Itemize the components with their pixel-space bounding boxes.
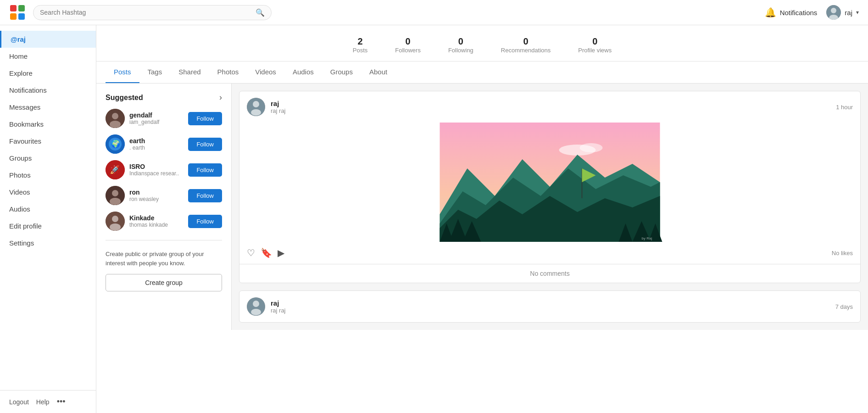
avatar-earth: 🌍	[106, 134, 125, 154]
post-subname-1: raj raj	[271, 107, 286, 114]
svg-point-8	[112, 113, 118, 119]
svg-point-23	[251, 109, 261, 116]
followers-count: 0	[395, 36, 421, 47]
svg-point-16	[112, 190, 118, 196]
suggested-header: Suggested ›	[106, 93, 222, 102]
suggest-name-ron: ron	[129, 189, 184, 196]
tab-videos[interactable]: Videos	[247, 61, 284, 83]
sidebar-item-explore[interactable]: Explore	[0, 65, 96, 82]
follow-button-isro[interactable]: Follow	[188, 163, 222, 177]
search-icon[interactable]: 🔍	[256, 8, 265, 17]
comments-1[interactable]: No comments	[239, 264, 860, 283]
follow-button-kinkade[interactable]: Follow	[188, 215, 222, 228]
avatar-isro: 🚀	[106, 160, 125, 179]
suggested-arrow[interactable]: ›	[219, 93, 222, 102]
profile-views-count: 0	[578, 36, 612, 47]
tab-about[interactable]: About	[361, 61, 395, 83]
logo[interactable]	[9, 4, 26, 21]
sidebar-item-favourites[interactable]: Favourites	[0, 133, 96, 150]
profile-tabs: Posts Tags Shared Photos Videos Audios G…	[96, 61, 868, 84]
user-menu[interactable]: raj ▾	[826, 5, 859, 20]
search-input[interactable]	[40, 9, 256, 16]
suggest-name-earth: earth	[129, 137, 184, 145]
post-user-info-2: raj raj raj	[247, 297, 286, 316]
sidebar-item-bookmarks[interactable]: Bookmarks	[0, 116, 96, 133]
tab-shared[interactable]: Shared	[170, 61, 209, 83]
tab-tags[interactable]: Tags	[139, 61, 171, 83]
avatar-ron	[106, 186, 125, 205]
like-icon-1[interactable]: ♡	[247, 247, 255, 258]
tab-posts[interactable]: Posts	[106, 61, 139, 83]
suggest-name-kinkade: Kinkade	[129, 214, 184, 222]
post-avatar-1	[247, 98, 265, 116]
follow-button-ron[interactable]: Follow	[188, 189, 222, 202]
notifications-label: Notifications	[780, 9, 818, 17]
svg-rect-2	[10, 13, 17, 20]
tab-groups[interactable]: Groups	[322, 61, 361, 83]
posts-count: 2	[353, 36, 368, 47]
sidebar-item-settings[interactable]: Settings	[0, 234, 96, 251]
svg-point-9	[110, 121, 121, 128]
sidebar-item-videos[interactable]: Videos	[0, 184, 96, 201]
notifications-button[interactable]: 🔔 Notifications	[765, 7, 818, 18]
help-button[interactable]: Help	[36, 398, 50, 406]
avatar-gendalf	[106, 109, 125, 128]
post-user-text-2: raj raj raj	[271, 299, 286, 314]
topnav: 🔍 🔔 Notifications raj ▾	[0, 0, 868, 25]
sidebar-bottom: Logout Help •••	[0, 390, 96, 413]
sidebar-item-messages[interactable]: Messages	[0, 99, 96, 116]
suggest-handle-kinkade: thomas kinkade	[129, 222, 184, 228]
sidebar-item-groups[interactable]: Groups	[0, 150, 96, 167]
suggest-handle-isro: Indianspace resear..	[129, 170, 184, 177]
post-user-info-1: raj raj raj	[247, 98, 286, 116]
sidebar-item-audios[interactable]: Audios	[0, 201, 96, 218]
post-card-1: raj raj raj 1 hour	[239, 91, 861, 283]
tab-audios[interactable]: Audios	[284, 61, 322, 83]
user-info-ron: ron ron weasley	[129, 189, 184, 202]
sidebar-item-home[interactable]: Home	[0, 48, 96, 65]
post-user-text-1: raj raj raj	[271, 100, 286, 114]
logout-button[interactable]: Logout	[9, 398, 29, 406]
tab-photos[interactable]: Photos	[209, 61, 247, 83]
recommendations-count: 0	[501, 36, 551, 47]
sidebar-item-photos[interactable]: Photos	[0, 167, 96, 184]
svg-point-41	[251, 309, 261, 315]
post-image-1: by Raj	[239, 123, 860, 242]
share-icon-1[interactable]: ▶	[278, 247, 284, 258]
svg-point-20	[110, 223, 121, 231]
post-header-2: raj raj raj 7 days	[239, 291, 860, 322]
posts-label: Posts	[353, 47, 368, 54]
create-group-button[interactable]: Create group	[106, 274, 222, 291]
post-card-2: raj raj raj 7 days	[239, 290, 861, 323]
user-info-gendalf: gendalf iam_gendalf	[129, 112, 184, 125]
post-header-1: raj raj raj 1 hour	[239, 91, 860, 123]
svg-rect-3	[18, 13, 25, 20]
svg-point-17	[110, 198, 121, 205]
svg-point-40	[253, 301, 259, 307]
follow-button-earth[interactable]: Follow	[188, 138, 222, 151]
follow-button-gendalf[interactable]: Follow	[188, 112, 222, 125]
suggested-title: Suggested	[106, 94, 143, 102]
sidebar-item-edit-profile[interactable]: Edit profile	[0, 218, 96, 234]
left-panel: Suggested › gendalf iam_gendalf Follow	[96, 84, 232, 330]
user-info-earth: earth . earth	[129, 137, 184, 151]
svg-point-5	[831, 8, 836, 13]
search-bar[interactable]: 🔍	[33, 5, 272, 20]
bookmark-icon-1[interactable]: 🔖	[261, 247, 272, 258]
suggested-user-kinkade: Kinkade thomas kinkade Follow	[106, 212, 222, 231]
suggest-name-gendalf: gendalf	[129, 112, 184, 119]
post-subname-2: raj raj	[271, 307, 286, 314]
post-time-1: 1 hour	[836, 104, 853, 111]
post-actions-1: ♡ 🔖 ▶ No likes	[239, 242, 860, 264]
sidebar-item-notifications[interactable]: Notifications	[0, 82, 96, 99]
stat-posts: 2 Posts	[353, 36, 368, 54]
more-options-button[interactable]: •••	[57, 397, 66, 407]
feed: raj raj raj 1 hour	[232, 84, 868, 330]
group-promo-text: Create public or private group of your i…	[106, 250, 222, 268]
svg-point-19	[112, 216, 118, 222]
main-layout: @raj Home Explore Notifications Messages…	[0, 25, 868, 413]
sidebar-item-profile[interactable]: @raj	[0, 31, 96, 48]
recommendations-label: Recommendations	[501, 47, 551, 54]
two-col-layout: Suggested › gendalf iam_gendalf Follow	[96, 84, 868, 330]
profile-area: 2 Posts 0 Followers 0 Following 0 Recomm…	[96, 25, 868, 413]
